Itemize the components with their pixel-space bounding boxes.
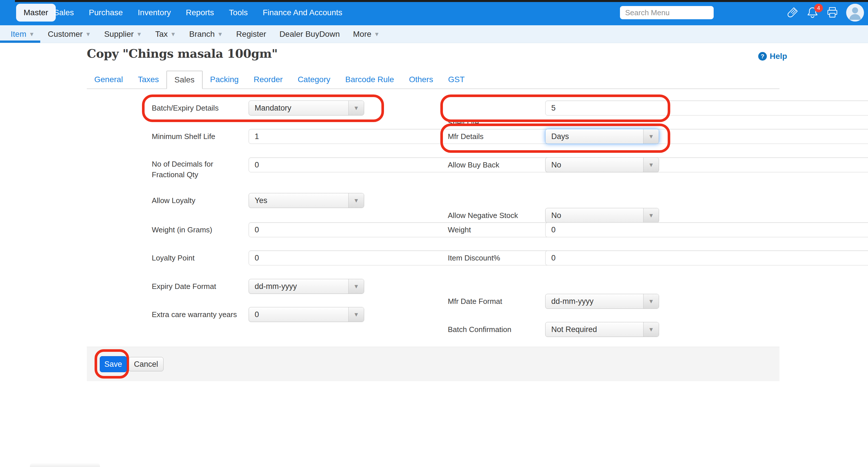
footer-action-bar (87, 347, 779, 381)
subnav-label: Customer (48, 30, 83, 39)
chevron-down-icon: ▼ (85, 31, 91, 37)
chevron-down-icon: ▼ (348, 307, 364, 322)
select-value: dd-mm-yyyy (249, 279, 364, 294)
select-value: Not Required (546, 322, 659, 337)
window-edge (15, 0, 868, 2)
chevron-down-icon: ▼ (643, 322, 659, 337)
nav-sales[interactable]: Sales (54, 8, 74, 17)
subnav-dealer-buydown[interactable]: Dealer BuyDown (279, 30, 340, 39)
extra-care-warranty-select[interactable]: 0 ▼ (249, 307, 364, 322)
allow-negative-stock-select[interactable]: No ▼ (545, 208, 659, 223)
tab-packing[interactable]: Packing (203, 71, 246, 89)
form-row: Loyalty Point Item Discount% (87, 251, 779, 265)
nav-finance-and-accounts[interactable]: Finance And Accounts (263, 8, 342, 17)
allow-buy-back-select[interactable]: No ▼ (545, 157, 659, 172)
tab-category[interactable]: Category (290, 71, 338, 89)
subnav-register[interactable]: Register (236, 30, 266, 39)
batch-expiry-details-select[interactable]: Mandatory ▼ (249, 101, 364, 115)
subnav-label: Item (11, 30, 26, 39)
notification-badge: 4 (814, 4, 823, 12)
select-value: No (546, 158, 659, 172)
subnav-supplier[interactable]: Supplier ▼ (104, 30, 142, 39)
form-row: Allow Loyalty Yes ▼ Allow Negative Stock… (87, 193, 779, 208)
shelf-life-input[interactable] (545, 101, 868, 115)
nav-reports[interactable]: Reports (186, 8, 214, 17)
nav-purchase[interactable]: Purchase (89, 8, 123, 17)
chevron-down-icon: ▼ (136, 31, 142, 37)
subnav-label: Dealer BuyDown (279, 30, 340, 39)
tab-taxes[interactable]: Taxes (130, 71, 166, 89)
field-label: Allow Loyalty (152, 193, 241, 208)
subnav-more[interactable]: More ▼ (353, 30, 380, 39)
form-row: Minimum Shelf Life Mfr Details Days ▼ (87, 129, 779, 144)
chevron-down-icon: ▼ (348, 279, 364, 294)
field-label: Weight (in Grams) (152, 222, 241, 237)
subnav-tax[interactable]: Tax ▼ (155, 30, 176, 39)
expiry-date-format-select[interactable]: dd-mm-yyyy ▼ (249, 279, 364, 294)
form-row: Expiry Date Format dd-mm-yyyy ▼ Mfr Date… (87, 279, 779, 294)
mfr-details-select[interactable]: Days ▼ (545, 129, 659, 144)
chevron-down-icon: ▼ (170, 31, 176, 37)
form-row: No of Decimals for Fractional Qty Allow … (87, 157, 779, 172)
tab-barcode-rule[interactable]: Barcode Rule (338, 71, 402, 89)
help-link[interactable]: ? Help (758, 52, 787, 61)
nav-inventory[interactable]: Inventory (138, 8, 171, 17)
weight-input[interactable] (545, 222, 868, 237)
chevron-down-icon: ▼ (348, 193, 364, 208)
field-label: Item Discount% (448, 251, 542, 265)
tab-sales[interactable]: Sales (166, 71, 203, 89)
topbar-icons: 4 (786, 0, 864, 25)
notifications-bell-icon[interactable]: 4 (806, 7, 819, 19)
theme-brush-icon[interactable] (786, 6, 799, 19)
chevron-down-icon: ▼ (643, 158, 659, 172)
tab-strip: General Taxes Sales Packing Reorder Cate… (87, 70, 779, 89)
cancel-button[interactable]: Cancel (128, 357, 163, 371)
field-label: Extra care warranty years (152, 307, 241, 322)
mfr-date-format-select[interactable]: dd-mm-yyyy ▼ (545, 294, 659, 309)
field-label: Batch Confirmation (448, 322, 542, 337)
subnav-label: More (353, 30, 371, 39)
field-label: Batch/Expiry Details (152, 101, 241, 115)
primary-menu: Sales Purchase Inventory Reports Tools F… (54, 0, 342, 25)
chevron-down-icon: ▼ (643, 129, 659, 144)
save-button[interactable]: Save (100, 356, 127, 372)
select-value: No (546, 208, 659, 223)
tab-general[interactable]: General (87, 71, 130, 89)
allow-loyalty-select[interactable]: Yes ▼ (249, 193, 364, 208)
active-nav-indicator (0, 40, 40, 43)
user-avatar[interactable] (846, 3, 864, 22)
search-input[interactable] (620, 6, 714, 19)
field-label: Expiry Date Format (152, 279, 241, 294)
select-value: dd-mm-yyyy (546, 294, 659, 308)
nav-master-button[interactable]: Master (16, 4, 56, 22)
field-label: Shelf Life (448, 115, 542, 130)
tooltip-stub (30, 463, 100, 467)
field-label: Mfr Date Format (448, 294, 542, 309)
field-label: No of Decimals for Fractional Qty (152, 157, 224, 180)
chevron-down-icon: ▼ (348, 101, 364, 115)
chevron-down-icon: ▼ (643, 208, 659, 223)
chevron-down-icon: ▼ (217, 31, 223, 37)
select-value: 0 (249, 307, 364, 322)
tab-others[interactable]: Others (402, 71, 441, 89)
subnav-customer[interactable]: Customer ▼ (48, 30, 91, 39)
chevron-down-icon: ▼ (29, 31, 34, 37)
field-label: Mfr Details (448, 129, 542, 144)
subnav-branch[interactable]: Branch ▼ (189, 30, 223, 39)
chevron-down-icon: ▼ (374, 31, 380, 37)
primary-navbar: Master Sales Purchase Inventory Reports … (0, 0, 868, 25)
chevron-down-icon: ▼ (643, 294, 659, 308)
subnav-label: Tax (155, 30, 168, 39)
subnav-label: Supplier (104, 30, 134, 39)
item-discount-input[interactable] (545, 251, 868, 265)
tab-gst[interactable]: GST (441, 71, 472, 89)
nav-tools[interactable]: Tools (229, 8, 248, 17)
subnav-label: Register (236, 30, 266, 39)
field-label: Minimum Shelf Life (152, 129, 241, 144)
batch-confirmation-select[interactable]: Not Required ▼ (545, 322, 659, 337)
printer-icon[interactable] (826, 7, 838, 19)
field-label: Loyalty Point (152, 251, 241, 265)
subnav-item[interactable]: Item ▼ (11, 30, 34, 39)
form-row: Extra care warranty years 0 ▼ Batch Conf… (87, 307, 779, 322)
tab-reorder[interactable]: Reorder (246, 71, 290, 89)
